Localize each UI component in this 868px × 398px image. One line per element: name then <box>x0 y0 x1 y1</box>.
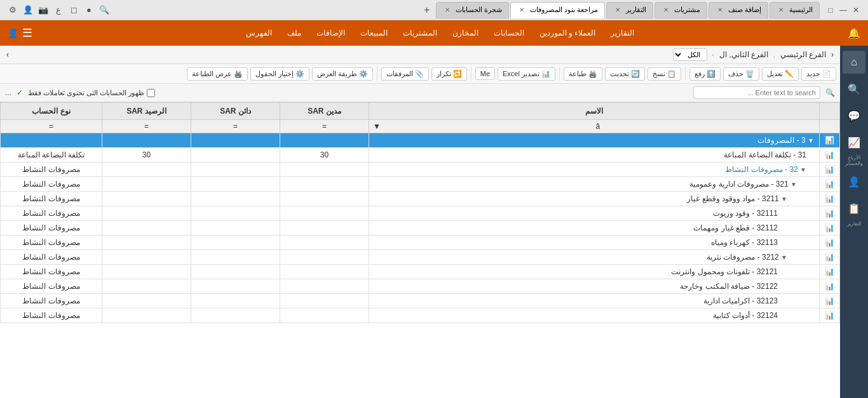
tab-accounts-close[interactable]: ✕ <box>443 6 452 15</box>
row-chart-icon[interactable]: 📊 <box>820 177 840 192</box>
row-chart-icon[interactable]: 📊 <box>820 279 840 294</box>
table-row[interactable]: 📊 32111 - وقود وزيوت مصروفات النشاط <box>1 206 840 221</box>
sidebar-reports[interactable]: 📋 التقارير <box>843 197 865 227</box>
table-row[interactable]: 📊 ▼ 321 - مصروفات ادارية وعمومية مصروفات… <box>1 177 840 192</box>
tab-expenses-close[interactable]: ✕ <box>517 6 526 15</box>
whatsapp-icon[interactable]: 💬 <box>843 104 865 127</box>
settings-icon[interactable]: ⚙ <box>6 4 19 17</box>
table-row[interactable]: 📊 32123 - اكراميات ادارية مصروفات النشاط <box>1 294 840 308</box>
table-row[interactable]: 📊 ▼ 3211 - مواد ووقود وقطع غيار مصروفات … <box>1 192 840 206</box>
display-method-button[interactable]: ⚙️ طريقة العرض <box>312 67 373 81</box>
reports-sidebar-icon[interactable]: 📋 <box>843 197 865 220</box>
tab-reports[interactable]: التقارير ✕ <box>606 2 653 18</box>
home-icon[interactable]: ⌂ <box>843 51 865 74</box>
transactions-only-checkbox[interactable] <box>147 89 155 97</box>
nav-index[interactable]: الفهرس <box>240 26 278 40</box>
profits-icon[interactable]: 📈 <box>843 131 865 154</box>
merge-button[interactable]: Me <box>475 67 495 80</box>
print-view-button[interactable]: 🖨️ عرض الطباعة <box>187 67 248 81</box>
nav-additions[interactable]: الإضافات <box>310 26 351 40</box>
excel-button[interactable]: 📊 تصدير Excel <box>498 67 555 81</box>
repeat-button[interactable]: 🔁 تكرار <box>431 67 467 81</box>
window-icon[interactable]: ◻ <box>67 4 80 17</box>
row-chart-icon[interactable]: 📊 <box>820 265 840 279</box>
tab-add-item[interactable]: إضافة صنف ✕ <box>709 2 768 18</box>
nav-clients[interactable]: العملاء و الموردين <box>533 26 602 40</box>
user-icon[interactable]: 👤 <box>843 170 865 193</box>
table-row[interactable]: 📊 32122 - ضيافة المكتب وخارجة مصروفات ال… <box>1 279 840 294</box>
row-chart-icon[interactable]: 📊 <box>820 250 840 265</box>
table-row[interactable]: 📊 ▼ 3212 - مصروفات نثرية مصروفات النشاط <box>1 250 840 265</box>
table-row[interactable]: 📊 ▼ 32 - مصروفات النشاط مصروفات النشاط <box>1 163 840 177</box>
tab-home[interactable]: الرئيسية ✕ <box>770 2 820 18</box>
chevron-left[interactable]: ‹ <box>831 50 834 59</box>
row-chart-icon[interactable]: 📊 <box>820 192 840 206</box>
transactions-only-checkbox-label[interactable]: ظهور الحسابات التى تحتوى تعاملات فقط <box>28 89 155 97</box>
copy-button[interactable]: 📋 نسخ <box>648 67 681 81</box>
nav-warehouses[interactable]: المخازن <box>446 26 485 40</box>
search-input[interactable] <box>698 89 816 96</box>
edit-button[interactable]: ✏️ تعديل <box>762 67 799 81</box>
tab-add-item-close[interactable]: ✕ <box>715 6 724 15</box>
nav-user-icon: 👤 <box>8 28 18 38</box>
notification-bell[interactable]: 🔔 <box>848 27 860 39</box>
add-tab-button[interactable]: + <box>419 3 435 18</box>
row-chart-icon[interactable]: 📊 <box>820 308 840 323</box>
nav-accounts[interactable]: الحسابات <box>487 26 531 40</box>
tab-expenses-review[interactable]: مراجعة بنود المصروفات ✕ <box>510 2 605 18</box>
tab-accounts-tree[interactable]: شجرة الحسابات ✕ <box>436 2 509 18</box>
table-row[interactable]: 📊 32124 - أدوات كتابية مصروفات النشاط <box>1 308 840 323</box>
row-chart-icon[interactable]: 📊 <box>820 133 840 148</box>
refresh-button[interactable]: 🔄 تحديث <box>605 67 645 81</box>
sidebar-home[interactable]: ⌂ <box>843 51 865 74</box>
table-row[interactable]: 📊 32112 - قطع غيار ومهمات مصروفات النشاط <box>1 221 840 235</box>
attachments-button[interactable]: 📎 المرفقات <box>381 67 429 81</box>
maximize-btn[interactable]: □ <box>826 6 835 15</box>
row-chart-icon[interactable]: 📊 <box>820 294 840 308</box>
print-button[interactable]: 🖨️ طباعة <box>564 67 602 81</box>
sidebar-profits[interactable]: 📈 الأرباحوالخسائر <box>843 131 865 166</box>
sep3 <box>471 67 471 81</box>
choose-fields-button[interactable]: ⚙️ إختيار الحقول <box>250 67 309 81</box>
table-row[interactable]: 📊 32113 - كهرباء ومياه مصروفات النشاط <box>1 235 840 250</box>
expand-btn[interactable]: ▼ <box>781 254 787 261</box>
tab-purchases-close[interactable]: ✕ <box>661 6 670 15</box>
expand-btn[interactable]: ▼ <box>790 181 797 188</box>
nav-sales[interactable]: المبيعات <box>354 26 394 40</box>
row-chart-icon[interactable]: 📊 <box>820 163 840 177</box>
row-chart-icon[interactable]: 📊 <box>820 206 840 221</box>
chevron-right[interactable]: › <box>6 50 9 59</box>
minimize-btn[interactable]: — <box>839 6 848 15</box>
close-btn[interactable]: ✕ <box>851 6 860 15</box>
row-chart-icon[interactable]: 📊 <box>820 221 840 235</box>
sidebar-search[interactable]: 🔍 <box>843 77 865 100</box>
table-row[interactable]: 📊 ▼ 3 - المصروفات <box>1 133 840 148</box>
person-icon[interactable]: 👤 <box>22 4 34 17</box>
row-chart-icon[interactable]: 📊 <box>820 235 840 250</box>
merge-label: Me <box>480 70 490 77</box>
sidebar-user[interactable]: 👤 <box>843 170 865 193</box>
expand-btn[interactable]: ▼ <box>800 166 806 173</box>
tab-reports-close[interactable]: ✕ <box>613 6 622 15</box>
delete-button[interactable]: 🗑️ حذف <box>723 67 759 81</box>
nav-file[interactable]: ملف <box>281 26 308 40</box>
row-chart-icon[interactable]: 📊 <box>820 148 840 163</box>
expand-btn[interactable]: ▼ <box>781 196 787 202</box>
table-row[interactable]: 📊 32121 - تلفونات ومحمول وانترنت مصروفات… <box>1 265 840 279</box>
new-button[interactable]: 📄 جديد <box>801 67 836 81</box>
raise-button[interactable]: ⬆️ رفع <box>689 67 721 81</box>
search-icon[interactable]: 🔍 <box>843 77 865 100</box>
search-browser-icon[interactable]: 🔍 <box>98 4 111 17</box>
branch-filter-select[interactable]: الكل <box>673 48 707 61</box>
camera-icon[interactable]: 📷 <box>37 4 50 17</box>
tab-purchases-label: مشتريات <box>674 6 700 14</box>
nav-reports[interactable]: التقارير <box>604 26 641 40</box>
table-row[interactable]: 📊 31 - تكلفة البضاعة المباعة 30 30 تكلفة… <box>1 148 840 163</box>
nav-purchases[interactable]: المشتريات <box>397 26 444 40</box>
lang-icon[interactable]: ع <box>52 4 65 17</box>
tab-home-close[interactable]: ✕ <box>776 6 785 15</box>
tab-purchases[interactable]: مشتريات ✕ <box>654 2 707 18</box>
expand-btn[interactable]: ▼ <box>808 137 814 144</box>
sidebar-whatsapp[interactable]: 💬 <box>843 104 865 127</box>
nav-menu-icon[interactable]: ☰ <box>22 26 32 40</box>
